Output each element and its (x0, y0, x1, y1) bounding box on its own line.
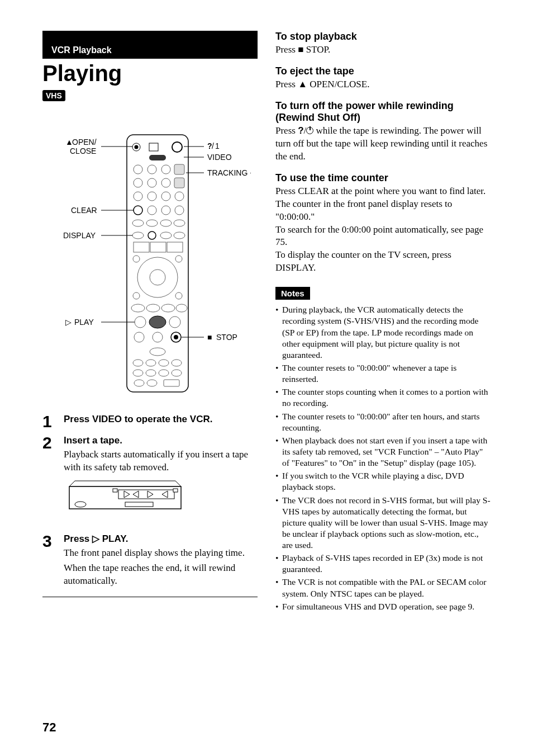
svg-point-43 (135, 316, 146, 328)
svg-point-19 (147, 206, 156, 215)
svg-text:▷: ▷ (65, 318, 72, 327)
svg-rect-30 (134, 242, 149, 252)
svg-point-29 (174, 232, 185, 239)
label-open: OPEN/ (72, 138, 97, 147)
section-body: Press ▲ OPEN/CLOSE. (275, 78, 491, 91)
vhs-badge: VHS (42, 90, 65, 101)
section-head: To turn off the power while rewinding (R… (275, 100, 491, 124)
step-body-text: Playback starts automatically if you ins… (64, 448, 258, 474)
svg-text:1: 1 (215, 141, 220, 150)
note-item: The VCR does not record in S-VHS format,… (275, 495, 491, 551)
svg-point-40 (146, 304, 160, 312)
svg-point-16 (161, 192, 170, 201)
svg-text:/: / (212, 141, 214, 150)
svg-point-21 (175, 206, 184, 215)
svg-point-26 (132, 232, 144, 239)
note-item: If you switch to the VCR while playing a… (275, 470, 491, 493)
note-item: The VCR is not compatible with the PAL o… (275, 577, 491, 599)
svg-point-6 (134, 165, 142, 174)
svg-point-58 (172, 370, 182, 376)
svg-rect-9 (174, 164, 184, 174)
notes-badge: Notes (275, 287, 310, 300)
svg-point-80 (75, 502, 86, 507)
svg-point-8 (161, 165, 170, 174)
svg-rect-79 (125, 502, 153, 507)
svg-rect-31 (150, 242, 166, 252)
svg-point-18 (134, 206, 142, 215)
svg-rect-81 (113, 489, 117, 492)
svg-point-22 (132, 220, 144, 226)
svg-point-11 (147, 178, 156, 187)
svg-rect-61 (164, 380, 179, 386)
note-item: The counter resets to "0:00:00" whenever… (275, 362, 491, 385)
step-head: Press VIDEO to operate the VCR. (64, 413, 212, 426)
svg-point-20 (161, 206, 170, 215)
svg-point-52 (146, 360, 156, 366)
svg-point-60 (147, 380, 157, 386)
svg-point-35 (133, 256, 140, 262)
step-3: 3 Press ▷ PLAY. The front panel display … (42, 533, 258, 590)
svg-point-23 (146, 220, 158, 226)
svg-point-57 (159, 370, 169, 376)
note-item: Playback of S-VHS tapes recorded in EP (… (275, 552, 491, 575)
page-title: Playing (42, 61, 258, 86)
remote-diagram: ▲ OPEN/ CLOSE ?/ 1 VIDEO TRACKING +/– CL… (42, 129, 258, 398)
svg-point-36 (175, 256, 182, 262)
svg-point-37 (133, 292, 140, 299)
step-2: 2 Insert a tape. Playback starts automat… (42, 434, 258, 528)
svg-point-53 (159, 360, 169, 366)
left-column: VCR Playback Playing VHS (42, 31, 258, 614)
divider (42, 597, 258, 597)
svg-point-54 (172, 360, 182, 366)
section-head: To eject the tape (275, 65, 491, 77)
page-number: 72 (42, 720, 56, 735)
note-item: When playback does not start even if you… (275, 435, 491, 469)
svg-point-41 (161, 304, 175, 312)
label-clear: CLEAR (71, 206, 97, 215)
svg-point-39 (131, 304, 145, 312)
step-num: 3 (42, 533, 56, 590)
label-display: DISPLAY (63, 231, 96, 240)
notes-list: During playback, the VCR automatically d… (275, 304, 491, 612)
svg-point-12 (161, 178, 170, 187)
svg-rect-13 (174, 178, 184, 188)
svg-rect-5 (149, 155, 166, 160)
svg-point-10 (134, 178, 142, 187)
right-column: To stop playback Press ■ STOP. To eject … (275, 31, 491, 614)
step-1: 1 Press VIDEO to operate the VCR. (42, 413, 258, 430)
svg-point-14 (134, 192, 142, 201)
svg-point-47 (153, 332, 163, 342)
svg-point-50 (150, 348, 165, 356)
svg-marker-76 (69, 481, 181, 486)
label-close: CLOSE (70, 147, 96, 155)
step-head: Press ▷ PLAY. (64, 533, 258, 546)
note-item: During playback, the VCR automatically d… (275, 304, 491, 361)
svg-point-46 (134, 332, 144, 342)
step-body-text: When the tape reaches the end, it will r… (64, 562, 258, 588)
label-video: VIDEO (207, 153, 232, 162)
step-head: Insert a tape. (64, 434, 258, 447)
svg-point-59 (134, 380, 144, 386)
svg-point-56 (146, 370, 156, 376)
svg-point-45 (169, 316, 180, 328)
step-num: 1 (42, 413, 56, 430)
step-body-text: The front panel display shows the playin… (64, 547, 258, 560)
svg-point-15 (147, 192, 156, 201)
section-body: Press CLEAR at the point where you want … (275, 185, 491, 275)
note-item: The counter resets to "0:00:00" after te… (275, 411, 491, 433)
note-item: The counter stops counting when it comes… (275, 386, 491, 409)
svg-point-27 (148, 231, 156, 239)
step-num: 2 (42, 434, 56, 528)
svg-rect-3 (149, 143, 158, 151)
svg-point-17 (175, 192, 184, 201)
section-body: Press ■ STOP. (275, 44, 491, 56)
svg-point-7 (147, 165, 156, 174)
note-item: For simultaneous VHS and DVD operation, … (275, 601, 491, 612)
svg-point-55 (133, 370, 143, 376)
label-tracking: TRACKING +/– (207, 168, 251, 177)
section-head: To stop playback (275, 31, 491, 42)
label-stop: STOP (216, 333, 237, 342)
svg-point-2 (134, 145, 138, 149)
svg-point-49 (174, 335, 178, 339)
svg-point-4 (172, 142, 182, 152)
